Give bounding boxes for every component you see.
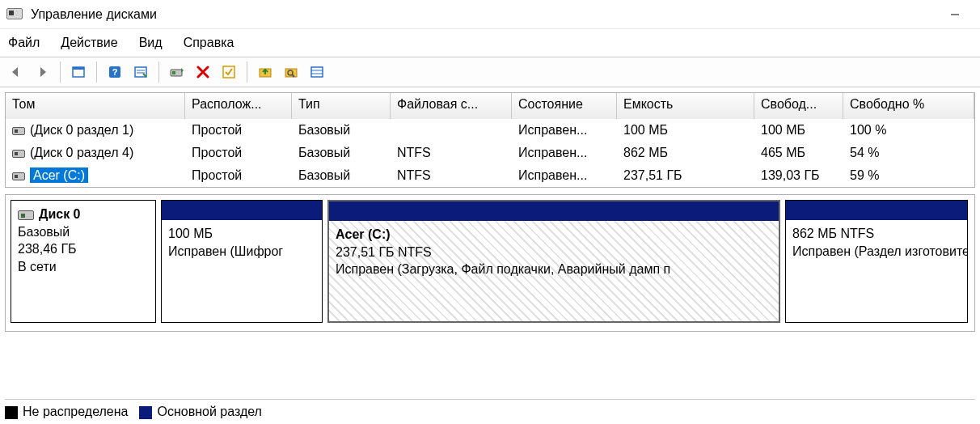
volume-list-header: Том Располож... Тип Файловая с... Состоя… <box>6 93 974 119</box>
volume-name: Acer (C:) <box>30 167 88 183</box>
volume-free: 465 МБ <box>754 144 843 162</box>
volume-freepct: 54 % <box>843 144 974 162</box>
toolbar: ? <box>0 57 980 87</box>
volume-freepct: 59 % <box>843 167 974 184</box>
legend: Не распределена Основной раздел <box>5 399 975 419</box>
swatch-primary <box>139 406 152 419</box>
partition[interactable]: 100 МБИсправен (Шифрог <box>161 200 323 323</box>
disk-name: Диск 0 <box>39 207 80 221</box>
volume-fs: NTFS <box>391 144 512 162</box>
col-freepct[interactable]: Свободно % <box>843 93 974 119</box>
volume-row[interactable]: Acer (C:)ПростойБазовыйNTFSИсправен...23… <box>6 164 974 187</box>
volume-icon <box>12 127 25 135</box>
volume-row[interactable]: (Диск 0 раздел 4)ПростойБазовыйNTFSИспра… <box>6 142 974 164</box>
partition-header-bar <box>786 201 967 220</box>
disk-size: 238,46 ГБ <box>18 240 149 258</box>
title-bar: Управление дисками <box>0 0 980 29</box>
volume-icon <box>12 150 25 158</box>
search-button[interactable] <box>280 61 302 83</box>
volume-free: 139,03 ГБ <box>754 167 843 184</box>
col-capacity[interactable]: Емкость <box>617 93 754 119</box>
volume-fs <box>391 129 512 132</box>
volume-status: Исправен... <box>512 144 617 162</box>
volume-layout: Простой <box>185 144 292 162</box>
volume-name: (Диск 0 раздел 4) <box>30 146 133 159</box>
partition-title: Acer (C:) <box>336 226 772 244</box>
app-icon <box>6 8 23 21</box>
menu-bar: Файл Действие Вид Справка <box>0 29 980 57</box>
volume-type: Базовый <box>292 121 391 139</box>
volume-capacity: 237,51 ГБ <box>617 167 754 184</box>
col-status[interactable]: Состояние <box>512 93 617 119</box>
disk-map: Диск 0 Базовый 238,46 ГБ В сети 100 МБИс… <box>5 194 975 332</box>
back-button[interactable] <box>5 61 27 83</box>
check-button[interactable] <box>218 61 240 83</box>
svg-rect-2 <box>73 67 84 70</box>
volume-status: Исправен... <box>512 121 617 139</box>
col-fs[interactable]: Файловая с... <box>391 93 512 119</box>
menu-action[interactable]: Действие <box>61 36 117 50</box>
volume-capacity: 100 МБ <box>617 121 754 139</box>
volume-icon <box>12 172 25 180</box>
partition-size: 237,51 ГБ NTFS <box>336 244 772 261</box>
volume-freepct: 100 % <box>843 121 974 139</box>
menu-view[interactable]: Вид <box>139 36 163 50</box>
properties-button[interactable] <box>129 61 152 83</box>
window-title: Управление дисками <box>31 7 157 22</box>
legend-unallocated: Не распределена <box>5 405 128 419</box>
volume-name: (Диск 0 раздел 1) <box>30 123 133 137</box>
menu-help[interactable]: Справка <box>184 36 234 50</box>
disk-status: В сети <box>18 258 149 276</box>
swatch-unallocated <box>5 406 18 419</box>
volume-free: 100 МБ <box>754 121 843 139</box>
svg-rect-9 <box>172 71 175 74</box>
partition-status: Исправен (Шифрог <box>168 243 315 261</box>
minimize-button[interactable] <box>936 2 974 27</box>
disk-type: Базовый <box>18 223 149 241</box>
help-button[interactable]: ? <box>103 61 126 83</box>
partition[interactable]: Acer (C:)237,51 ГБ NTFSИсправен (Загрузк… <box>327 200 780 323</box>
partition-status: Исправен (Загрузка, Файл подкачки, Авари… <box>336 261 772 278</box>
rescan-disks-button[interactable] <box>166 61 188 83</box>
volume-layout: Простой <box>185 121 292 139</box>
refresh-button[interactable] <box>67 61 90 83</box>
svg-text:?: ? <box>112 67 118 77</box>
col-volume[interactable]: Том <box>6 93 185 119</box>
delete-button[interactable] <box>192 61 214 83</box>
volume-type: Базовый <box>292 144 391 162</box>
partition-header-bar <box>162 201 322 220</box>
volume-list: Том Располож... Тип Файловая с... Состоя… <box>5 92 975 188</box>
col-layout[interactable]: Располож... <box>185 93 292 119</box>
disk-info[interactable]: Диск 0 Базовый 238,46 ГБ В сети <box>11 200 156 323</box>
partition[interactable]: 862 МБ NTFSИсправен (Раздел изготовите <box>785 200 968 323</box>
svg-rect-15 <box>311 67 323 77</box>
legend-primary: Основной раздел <box>139 405 261 419</box>
volume-capacity: 862 МБ <box>617 144 754 162</box>
col-type[interactable]: Тип <box>292 93 391 119</box>
col-free[interactable]: Свобод... <box>754 93 843 119</box>
volume-fs: NTFS <box>391 167 512 184</box>
partition-size: 100 МБ <box>168 225 315 243</box>
partition-header-bar <box>329 201 779 221</box>
volume-status: Исправен... <box>512 167 617 184</box>
volume-type: Базовый <box>292 167 391 184</box>
volume-row[interactable]: (Диск 0 раздел 1)ПростойБазовыйИсправен.… <box>6 119 974 142</box>
menu-file[interactable]: Файл <box>8 36 40 50</box>
volume-layout: Простой <box>185 167 292 184</box>
disk-icon <box>18 210 34 220</box>
forward-button[interactable] <box>31 61 53 83</box>
partition-size: 862 МБ NTFS <box>792 225 961 243</box>
partition-status: Исправен (Раздел изготовите <box>792 243 961 261</box>
list-view-button[interactable] <box>306 61 328 83</box>
folder-up-button[interactable] <box>254 61 277 83</box>
